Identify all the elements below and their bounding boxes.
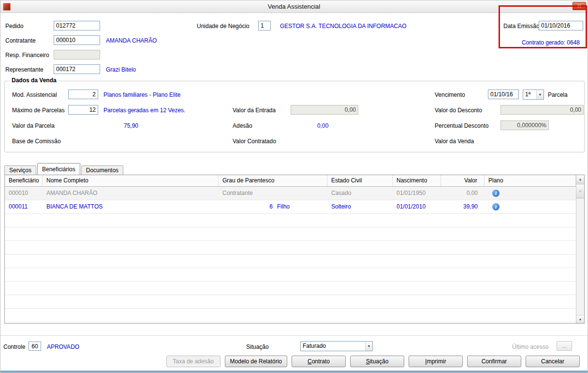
pedido-input[interactable] bbox=[54, 21, 100, 30]
cell-grau-parentesco: Contratante bbox=[219, 187, 327, 200]
venda-assistencial-window: Venda Assistencial ✕ Pedido Unidade de N… bbox=[0, 0, 588, 373]
mod-assistencial-input[interactable] bbox=[68, 90, 98, 99]
column-header-nascimento[interactable]: Nascimento bbox=[393, 175, 441, 186]
cell-empty bbox=[485, 282, 576, 295]
scroll-down-button[interactable]: ▼ bbox=[576, 315, 584, 323]
valor-parcela-value: 75,90 bbox=[124, 122, 138, 129]
contratante-input[interactable] bbox=[54, 35, 100, 45]
tab-label: Documentos bbox=[86, 167, 118, 174]
column-header-grau-parentesco[interactable]: Grau de Parentesco bbox=[219, 175, 327, 186]
situacao-button[interactable]: Situação bbox=[350, 356, 404, 367]
cell-empty bbox=[441, 282, 485, 295]
table-row-empty[interactable] bbox=[5, 295, 576, 309]
cell-empty bbox=[5, 295, 43, 308]
resp-financeiro-input[interactable] bbox=[54, 50, 100, 60]
cancelar-button[interactable]: Cancelar bbox=[526, 356, 580, 367]
contrato-button[interactable]: Contrato bbox=[292, 356, 346, 367]
modelo-de-relatorio-button[interactable]: Modelo de Relatório bbox=[225, 356, 287, 367]
valor-venda-label: Valor da Venda bbox=[435, 138, 474, 145]
plano-info-icon[interactable]: i bbox=[492, 190, 500, 197]
cell-empty bbox=[393, 214, 441, 227]
table-row-empty[interactable] bbox=[5, 268, 576, 282]
unidade-negocio-name: GESTOR S.A. TECNOLOGIA DA INFORMACAO bbox=[280, 23, 407, 30]
tab-beneficiarios[interactable]: Beneficiários bbox=[37, 163, 80, 175]
vencimento-label: Vencimento bbox=[435, 91, 465, 98]
cell-empty bbox=[327, 227, 393, 240]
percentual-desconto-input[interactable] bbox=[500, 120, 549, 130]
table-row[interactable]: 000011BIANCA DE MATTOS6FilhoSolteiro01/0… bbox=[5, 200, 576, 214]
cell-empty bbox=[43, 268, 219, 281]
table-row-empty[interactable] bbox=[5, 214, 576, 227]
unidade-negocio-input[interactable] bbox=[258, 21, 271, 30]
cell-empty bbox=[5, 254, 43, 268]
valor-contratado-label: Valor Contratado bbox=[233, 138, 276, 145]
taxa-de-adesao-button[interactable]: Taxa de adesão bbox=[166, 356, 220, 367]
valor-entrada-input[interactable] bbox=[291, 105, 358, 115]
cell-beneficiario: 000011 bbox=[5, 200, 43, 213]
base-comissao-label: Base de Comissão bbox=[12, 138, 61, 145]
cell-nome-completo: AMANDA CHARÃO bbox=[43, 187, 219, 200]
table-row-empty[interactable] bbox=[5, 241, 576, 254]
cell-nascimento: 01/01/1950 bbox=[393, 187, 441, 200]
column-header-plano[interactable]: Plano bbox=[485, 175, 576, 186]
tab-documentos[interactable]: Documentos bbox=[81, 165, 123, 175]
vertical-scrollbar[interactable]: ▲ ≡ ▼ bbox=[576, 175, 584, 323]
controle-input[interactable] bbox=[29, 342, 41, 351]
close-button[interactable]: ✕ bbox=[573, 2, 586, 10]
representante-name: Grazi Bitelo bbox=[106, 66, 136, 73]
resp-financeiro-label: Resp. Financeiro bbox=[5, 52, 49, 59]
cell-empty bbox=[441, 295, 485, 308]
scrollbar-thumb[interactable]: ≡ bbox=[576, 184, 584, 198]
tab-label: Beneficiários bbox=[42, 166, 75, 173]
maximo-parcelas-label: Máximo de Parcelas bbox=[12, 107, 65, 114]
window-title: Venda Assistencial bbox=[0, 3, 588, 10]
tab-servicos[interactable]: Serviços bbox=[4, 165, 36, 175]
plano-info-icon[interactable]: i bbox=[492, 203, 500, 210]
table-row-empty[interactable] bbox=[5, 254, 576, 268]
imprimir-button[interactable]: Imprimir bbox=[409, 356, 463, 367]
table-row-empty[interactable] bbox=[5, 282, 576, 295]
parentesco-code: 6 bbox=[222, 200, 273, 213]
vencimento-date-input[interactable] bbox=[488, 90, 519, 99]
close-icon: ✕ bbox=[577, 3, 581, 9]
confirmar-button[interactable]: Confirmar bbox=[467, 356, 521, 367]
column-header-nome-completo[interactable]: Nome Completo bbox=[43, 175, 219, 186]
mod-assistencial-label: Mod. Assistencial bbox=[12, 91, 57, 98]
cell-empty bbox=[219, 282, 327, 295]
cell-empty bbox=[327, 309, 393, 322]
situacao-value: Faturado bbox=[301, 342, 365, 351]
window-bottom-edge bbox=[0, 371, 588, 373]
ultimo-acesso-button[interactable]: ... bbox=[557, 341, 572, 351]
footer-divider bbox=[0, 335, 588, 336]
cell-empty bbox=[5, 309, 43, 322]
cell-empty bbox=[43, 309, 219, 322]
data-emissao-input[interactable] bbox=[539, 21, 583, 30]
valor-entrada-label: Valor da Entrada bbox=[233, 107, 276, 114]
cell-empty bbox=[441, 309, 485, 322]
cell-empty bbox=[327, 241, 393, 254]
representante-input[interactable] bbox=[54, 64, 100, 74]
column-header-estado-civil[interactable]: Estado Civil bbox=[327, 175, 393, 186]
cell-empty bbox=[485, 227, 576, 240]
table-row-empty[interactable] bbox=[5, 227, 576, 241]
table-row-empty[interactable] bbox=[5, 309, 576, 322]
parcela-number-select[interactable]: 1ª ▼ bbox=[523, 90, 544, 100]
table-row[interactable]: 000010AMANDA CHARÃOContratanteCasado01/0… bbox=[5, 187, 576, 200]
cell-empty bbox=[327, 214, 393, 227]
scroll-up-button[interactable]: ▲ bbox=[576, 175, 584, 183]
column-header-beneficiario[interactable]: Beneficiário bbox=[5, 175, 43, 186]
maximo-parcelas-input[interactable] bbox=[68, 105, 98, 115]
situacao-label: Situação bbox=[246, 343, 269, 350]
cell-empty bbox=[393, 254, 441, 268]
cell-empty bbox=[327, 268, 393, 281]
situacao-select[interactable]: Faturado ▼ bbox=[300, 341, 373, 351]
scroll-up-icon: ▲ bbox=[579, 178, 582, 181]
cell-empty bbox=[393, 295, 441, 308]
cell-empty bbox=[43, 227, 219, 240]
cell-empty bbox=[327, 295, 393, 308]
valor-desconto-label: Valor do Desconto bbox=[435, 107, 482, 114]
valor-desconto-input[interactable] bbox=[500, 105, 584, 115]
cell-empty bbox=[441, 227, 485, 240]
parentesco-desc: Filho bbox=[277, 203, 290, 210]
column-header-valor[interactable]: Valor bbox=[441, 175, 485, 186]
